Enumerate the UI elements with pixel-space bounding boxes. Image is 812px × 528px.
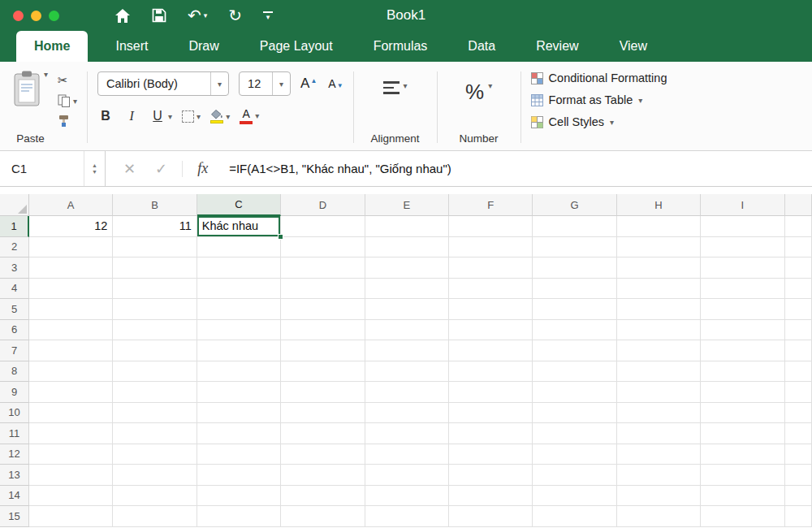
cell-B5[interactable] (113, 299, 197, 320)
cell-H6[interactable] (617, 320, 701, 341)
cell-E3[interactable] (365, 258, 449, 279)
paste-caret-down-icon[interactable]: ▾ (44, 70, 48, 79)
column-header-F[interactable]: F (449, 194, 533, 216)
column-header-C[interactable]: C (197, 194, 281, 216)
cell-H14[interactable] (617, 486, 701, 507)
cell-B3[interactable] (113, 258, 197, 279)
cell-E12[interactable] (365, 444, 449, 465)
column-header-D[interactable]: D (281, 194, 365, 216)
cell-H11[interactable] (617, 423, 701, 444)
cell-I8[interactable] (701, 361, 784, 383)
cell-B4[interactable] (113, 279, 197, 300)
name-box[interactable]: C1 ▲ ▼ (0, 151, 106, 186)
tab-home[interactable]: Home (16, 31, 88, 62)
cell-G2[interactable] (533, 237, 616, 258)
cell-B10[interactable] (113, 403, 197, 424)
format-painter-button[interactable] (58, 114, 77, 128)
cell-I11[interactable] (701, 423, 784, 444)
cell-A5[interactable] (29, 299, 113, 320)
cell-D3[interactable] (281, 258, 365, 279)
italic-button[interactable]: I (123, 106, 140, 126)
fill-color-button[interactable]: ▾ (210, 110, 230, 123)
cell-H8[interactable] (617, 361, 701, 383)
font-size-caret-down-icon[interactable]: ▾ (272, 72, 290, 95)
cell-D5[interactable] (281, 299, 365, 320)
cell-D14[interactable] (281, 486, 365, 507)
cell-C6[interactable] (197, 320, 281, 341)
cell-B9[interactable] (113, 382, 197, 403)
cell-E7[interactable] (365, 340, 449, 361)
tab-review[interactable]: Review (531, 31, 583, 62)
cell-G13[interactable] (533, 465, 616, 486)
cell-I10[interactable] (701, 403, 784, 424)
font-name-caret-down-icon[interactable]: ▾ (210, 72, 228, 95)
shrink-font-button[interactable]: A ▼ (328, 77, 343, 90)
row-header-12[interactable]: 12 (0, 444, 29, 465)
cell-I15[interactable] (701, 506, 784, 527)
cell-H9[interactable] (617, 382, 701, 403)
cell-D7[interactable] (281, 340, 365, 361)
cell-H10[interactable] (617, 403, 701, 424)
borders-caret-down-icon[interactable]: ▾ (197, 112, 201, 121)
cell-H15[interactable] (617, 506, 701, 527)
column-header-G[interactable]: G (533, 194, 616, 216)
cell-A6[interactable] (29, 320, 113, 341)
row-header-6[interactable]: 6 (0, 320, 29, 341)
cell-B6[interactable] (113, 320, 197, 341)
tab-view[interactable]: View (615, 31, 652, 62)
cell-I1[interactable] (701, 216, 784, 237)
conditional-formatting-button[interactable]: Conditional Formatting (531, 71, 667, 84)
enter-button[interactable]: ✓ (155, 160, 167, 178)
row-header-10[interactable]: 10 (0, 403, 29, 424)
cell-E1[interactable] (365, 216, 449, 237)
cell-C1[interactable]: Khác nhau (197, 216, 281, 237)
select-all-corner[interactable] (0, 194, 29, 216)
cell-E5[interactable] (365, 299, 449, 320)
undo-caret-down-icon[interactable]: ▾ (204, 11, 208, 19)
cell-E13[interactable] (365, 465, 449, 486)
cell-A9[interactable] (29, 382, 113, 403)
row-header-11[interactable]: 11 (0, 423, 29, 444)
name-box-stepper[interactable]: ▲ ▼ (84, 151, 105, 186)
cell-D2[interactable] (281, 237, 365, 258)
cell-C11[interactable] (197, 423, 281, 444)
bold-button[interactable]: B (97, 106, 114, 126)
column-header-E[interactable]: E (365, 194, 449, 216)
cell-C8[interactable] (197, 361, 281, 383)
cell-E11[interactable] (365, 423, 449, 444)
row-header-2[interactable]: 2 (0, 237, 29, 258)
grow-font-button[interactable]: A ▲ (300, 76, 317, 92)
cell-I4[interactable] (701, 279, 784, 300)
font-color-caret-down-icon[interactable]: ▾ (255, 111, 259, 120)
cell-A4[interactable] (29, 279, 113, 300)
row-header-7[interactable]: 7 (0, 340, 29, 361)
cell-F12[interactable] (449, 444, 533, 465)
cell-F9[interactable] (449, 382, 533, 403)
cell-A13[interactable] (29, 465, 113, 486)
cell-G8[interactable] (533, 361, 616, 383)
cell-E8[interactable] (365, 361, 449, 383)
cell-B11[interactable] (113, 423, 197, 444)
cell-C15[interactable] (197, 506, 281, 527)
insert-function-button[interactable]: fx (197, 160, 208, 177)
cancel-button[interactable]: ✕ (123, 160, 136, 178)
alignment-button[interactable]: ▾ (383, 75, 408, 94)
cell-F15[interactable] (449, 506, 533, 527)
save-button[interactable] (152, 8, 166, 23)
cell-C7[interactable] (197, 340, 281, 361)
tab-data[interactable]: Data (463, 31, 500, 62)
cell-A7[interactable] (29, 340, 113, 361)
cell-I7[interactable] (701, 340, 784, 361)
cell-H2[interactable] (617, 237, 701, 258)
paste-button[interactable]: ▾ Paste (13, 68, 48, 146)
cell-C13[interactable] (197, 465, 281, 486)
cell-A12[interactable] (29, 444, 113, 465)
cell-C2[interactable] (197, 237, 281, 258)
font-color-button[interactable]: A ▾ (240, 108, 259, 124)
underline-caret-down-icon[interactable]: ▾ (168, 112, 172, 121)
cell-B15[interactable] (113, 506, 197, 527)
tab-page-layout[interactable]: Page Layout (255, 31, 338, 62)
cell-E10[interactable] (365, 403, 449, 424)
cell-F14[interactable] (449, 486, 533, 507)
cell-G3[interactable] (533, 258, 616, 279)
